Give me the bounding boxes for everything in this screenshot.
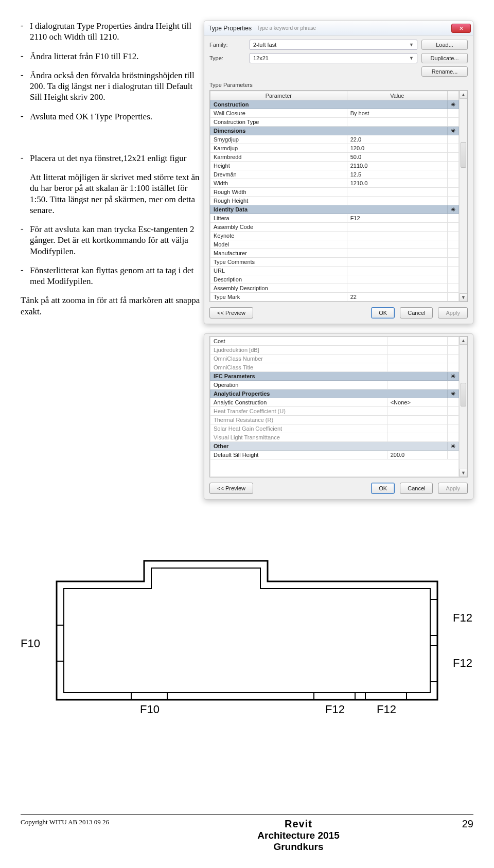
- copyright-text: Copyright WITU AB 2013 09 26: [21, 818, 175, 826]
- type-properties-dialog-lower: Cost Ljudreduktion [dB] OmniClass Number…: [204, 333, 473, 500]
- label-f10-left: F10: [21, 637, 40, 650]
- cell-manufacturer[interactable]: [347, 249, 447, 258]
- page-footer: Copyright WITU AB 2013 09 26 Revit Archi…: [21, 814, 473, 853]
- group-ifc[interactable]: IFC Parameters: [210, 372, 448, 381]
- cell-type-comments[interactable]: [347, 258, 447, 267]
- dialog-title: Type Properties: [208, 25, 252, 32]
- cell-construction-type[interactable]: [347, 118, 447, 127]
- scroll-up-icon[interactable]: ▲: [460, 336, 467, 345]
- rename-button[interactable]: Rename...: [421, 66, 468, 77]
- group-dimensions[interactable]: Dimensions: [210, 127, 448, 135]
- scroll-up-icon[interactable]: ▲: [460, 91, 467, 99]
- cell-assembly-description[interactable]: [347, 284, 447, 293]
- cell-width[interactable]: 1210.0: [347, 179, 447, 188]
- cell-analytic-construction[interactable]: <None>: [387, 398, 447, 407]
- parameters-grid-2: Cost Ljudreduktion [dB] OmniClass Number…: [209, 336, 468, 477]
- cell-url[interactable]: [347, 267, 447, 275]
- dialog-titlebar: Type Properties Type a keyword or phrase…: [204, 21, 473, 36]
- cell-assembly-code[interactable]: [347, 223, 447, 232]
- duplicate-button[interactable]: Duplicate...: [421, 53, 468, 63]
- group-identity[interactable]: Identity Data: [210, 205, 448, 214]
- family-select[interactable]: 2-luft fast ▼: [250, 40, 417, 50]
- load-button[interactable]: Load...: [421, 40, 468, 50]
- scrollbar[interactable]: ▲ ▼: [459, 91, 467, 302]
- cancel-button[interactable]: Cancel: [400, 307, 433, 318]
- dialog-hint: Type a keyword or phrase: [252, 25, 451, 31]
- label-f12-bottom1: F12: [325, 703, 345, 716]
- cell-cost[interactable]: [387, 337, 447, 346]
- scroll-thumb[interactable]: [461, 383, 466, 406]
- scroll-thumb[interactable]: [461, 142, 466, 168]
- scrollbar[interactable]: ▲ ▼: [459, 336, 467, 477]
- cell-karmdjup[interactable]: 120.0: [347, 144, 447, 153]
- type-select[interactable]: 12x21 ▼: [250, 53, 417, 63]
- ok-button[interactable]: OK: [371, 483, 395, 494]
- page-number: 29: [422, 818, 473, 830]
- scroll-down-icon[interactable]: ▼: [460, 293, 467, 302]
- cell-ljud[interactable]: [387, 346, 447, 355]
- instruction-4: Avsluta med OK i Type Properties.: [30, 111, 202, 122]
- cell-littera[interactable]: F12: [347, 214, 447, 223]
- label-f10-bottom: F10: [140, 703, 160, 716]
- cell-rough-width[interactable]: [347, 188, 447, 197]
- collapse-icon[interactable]: ✳: [448, 127, 459, 135]
- parameters-grid: Parameter Value Construction✳ Wall Closu…: [209, 90, 468, 302]
- cell-karmbredd[interactable]: 50.0: [347, 153, 447, 162]
- group-analytical[interactable]: Analytical Properties: [210, 389, 448, 398]
- label-f12-right1: F12: [453, 611, 472, 625]
- cell-omniclass-title[interactable]: [387, 363, 447, 372]
- collapse-icon[interactable]: ✳: [448, 100, 459, 109]
- cell-height[interactable]: 2110.0: [347, 162, 447, 170]
- floor-plan-figure: F10 F10 F12 F12 F12 F12: [46, 551, 448, 725]
- collapse-icon[interactable]: ✳: [448, 205, 459, 214]
- cell-vlt[interactable]: [387, 433, 447, 442]
- scroll-down-icon[interactable]: ▼: [460, 469, 467, 477]
- apply-button[interactable]: Apply: [438, 307, 468, 318]
- cell-wall-closure[interactable]: By host: [347, 109, 447, 118]
- cell-keynote[interactable]: [347, 232, 447, 240]
- preview-button[interactable]: << Preview: [209, 483, 253, 494]
- cell-omniclass-number[interactable]: [387, 355, 447, 363]
- chevron-down-icon: ▼: [409, 42, 414, 47]
- cell-heat-transfer[interactable]: [387, 407, 447, 416]
- collapse-icon[interactable]: ✳: [448, 372, 459, 381]
- cell-operation[interactable]: [387, 381, 447, 389]
- instruction-5b: Att litterat möjligen är skrivet med stö…: [30, 172, 202, 216]
- apply-button[interactable]: Apply: [438, 483, 468, 494]
- footer-title-2: Architecture 2015: [175, 830, 422, 841]
- instruction-1: I dialogrutan Type Properties ändra Heig…: [30, 21, 202, 43]
- group-construction[interactable]: Construction: [210, 100, 448, 109]
- instruction-3: Ändra också den förvalda bröstningshöjde…: [30, 70, 202, 103]
- preview-button[interactable]: << Preview: [209, 307, 253, 318]
- label-f12-right2: F12: [453, 657, 472, 670]
- label-f12-bottom2: F12: [377, 703, 396, 716]
- collapse-icon[interactable]: ✳: [448, 389, 459, 398]
- cancel-button[interactable]: Cancel: [400, 483, 433, 494]
- close-button[interactable]: ✕: [451, 24, 471, 33]
- type-parameters-label: Type Parameters: [209, 82, 468, 88]
- col-parameter: Parameter: [210, 91, 347, 100]
- cell-model[interactable]: [347, 240, 447, 249]
- cell-thermal-resistance[interactable]: [387, 416, 447, 424]
- ok-button[interactable]: OK: [371, 307, 395, 318]
- footer-title-1: Revit: [175, 818, 422, 830]
- instruction-2: Ändra litterat från F10 till F12.: [30, 51, 202, 62]
- instruction-5a: Placera ut det nya fönstret,12x21 enligt…: [30, 153, 202, 164]
- cell-drevman[interactable]: 12.5: [347, 170, 447, 179]
- type-label: Type:: [209, 55, 245, 61]
- cell-default-sill[interactable]: 200.0: [387, 451, 447, 459]
- cell-smygdjup[interactable]: 22.0: [347, 135, 447, 144]
- cell-description[interactable]: [347, 275, 447, 284]
- cell-type-mark[interactable]: 22: [347, 293, 447, 302]
- instruction-8: Tänk på att zooma in för att få markören…: [21, 295, 202, 317]
- group-other[interactable]: Other: [210, 442, 448, 451]
- type-properties-dialog: Type Properties Type a keyword or phrase…: [204, 21, 473, 324]
- cell-rough-height[interactable]: [347, 197, 447, 205]
- col-value: Value: [347, 91, 447, 100]
- collapse-icon[interactable]: ✳: [448, 442, 459, 451]
- instruction-column: -I dialogrutan Type Properties ändra Hei…: [21, 21, 202, 500]
- cell-shgc[interactable]: [387, 424, 447, 433]
- instruction-6: För att avsluta kan man trycka Esc-tange…: [30, 224, 202, 257]
- footer-title-3: Grundkurs: [175, 841, 422, 853]
- instruction-7: Fönsterlitterat kan flyttas genom att ta…: [30, 265, 202, 287]
